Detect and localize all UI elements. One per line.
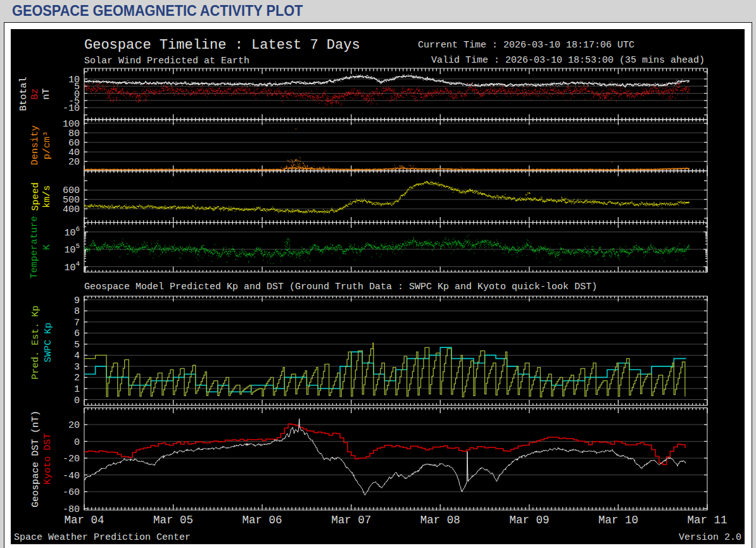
svg-text:5: 5 xyxy=(74,340,80,351)
svg-text:Mar 11: Mar 11 xyxy=(687,514,727,526)
svg-text:Solar Wind Predicted at Earth: Solar Wind Predicted at Earth xyxy=(84,56,249,66)
svg-text:9: 9 xyxy=(74,296,80,306)
svg-text:Pred. Est. Kp: Pred. Est. Kp xyxy=(31,306,42,380)
svg-text:-80: -80 xyxy=(63,504,80,515)
svg-text:-60: -60 xyxy=(63,487,80,498)
svg-text:p/cm³: p/cm³ xyxy=(42,131,53,159)
svg-text:Temperature: Temperature xyxy=(30,216,41,278)
svg-text:Speed: Speed xyxy=(31,182,42,211)
svg-text:nT: nT xyxy=(41,88,52,99)
svg-text:Current Time : 2026-03-10 18:1: Current Time : 2026-03-10 18:17:06 UTC xyxy=(418,40,634,51)
svg-text:Mar 10: Mar 10 xyxy=(598,514,638,526)
svg-text:0: 0 xyxy=(74,395,80,406)
svg-text:Mar 06: Mar 06 xyxy=(243,514,282,526)
svg-text:20: 20 xyxy=(68,157,80,168)
svg-text:-10: -10 xyxy=(63,103,80,114)
svg-text:4: 4 xyxy=(74,351,80,361)
svg-text:Bz: Bz xyxy=(30,88,41,99)
svg-text:Mar 08: Mar 08 xyxy=(420,514,460,526)
svg-text:-20: -20 xyxy=(63,454,80,464)
svg-text:Version 2.0: Version 2.0 xyxy=(679,532,741,543)
svg-text:Mar 04: Mar 04 xyxy=(64,514,104,526)
svg-text:2: 2 xyxy=(74,373,80,383)
svg-text:Density: Density xyxy=(30,125,41,165)
svg-text:0: 0 xyxy=(74,437,80,448)
svg-text:7: 7 xyxy=(74,318,80,328)
svg-text:Kyoto DST: Kyoto DST xyxy=(43,433,54,485)
svg-text:3: 3 xyxy=(74,362,80,373)
svg-text:400: 400 xyxy=(63,204,80,215)
svg-text:1: 1 xyxy=(74,384,80,395)
svg-text:-40: -40 xyxy=(63,471,80,482)
svg-text:Geospace Model Predicted Kp an: Geospace Model Predicted Kp and DST (Gro… xyxy=(84,282,597,292)
svg-text:8: 8 xyxy=(74,306,80,317)
svg-text:Geospace Timeline : Latest 7 D: Geospace Timeline : Latest 7 Days xyxy=(84,37,360,53)
svg-text:Mar 09: Mar 09 xyxy=(509,514,549,526)
svg-text:6: 6 xyxy=(74,328,80,339)
svg-text:20: 20 xyxy=(68,420,80,431)
svg-text:km/s: km/s xyxy=(42,185,53,208)
svg-text:Space Weather Prediction Cente: Space Weather Prediction Center xyxy=(14,532,191,543)
svg-text:Btotal: Btotal xyxy=(18,77,29,111)
svg-text:K: K xyxy=(42,244,53,250)
svg-text:SWPC Kp: SWPC Kp xyxy=(44,323,54,363)
svg-text:Geospace DST (nT): Geospace DST (nT) xyxy=(31,411,42,508)
svg-text:Mar 07: Mar 07 xyxy=(331,514,371,526)
svg-text:Mar 05: Mar 05 xyxy=(153,514,193,526)
svg-text:Valid Time : 2026-03-10 18:53:: Valid Time : 2026-03-10 18:53:00 (35 min… xyxy=(431,55,705,66)
